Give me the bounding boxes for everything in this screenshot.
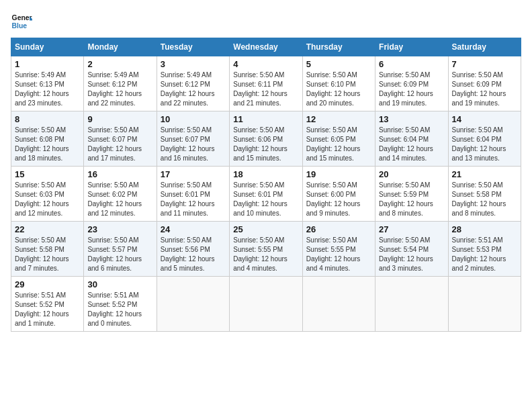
calendar-cell: 14Sunrise: 5:50 AMSunset: 6:04 PMDayligh… (448, 111, 521, 167)
day-info: Sunrise: 5:50 AMSunset: 6:04 PMDaylight:… (452, 126, 517, 163)
day-number: 17 (161, 169, 226, 179)
day-number: 5 (306, 59, 371, 69)
day-number: 25 (233, 224, 298, 234)
day-info: Sunrise: 5:50 AMSunset: 6:01 PMDaylight:… (233, 181, 298, 218)
day-info: Sunrise: 5:50 AMSunset: 6:07 PMDaylight:… (161, 126, 226, 163)
day-number: 27 (379, 224, 444, 234)
day-number: 30 (87, 279, 152, 289)
calendar-row-3: 15Sunrise: 5:50 AMSunset: 6:03 PMDayligh… (11, 167, 521, 222)
svg-text:General: General (12, 14, 32, 21)
day-number: 12 (306, 114, 371, 124)
calendar-cell (302, 277, 375, 332)
day-number: 28 (452, 224, 517, 234)
calendar-cell: 2Sunrise: 5:49 AMSunset: 6:12 PMDaylight… (84, 56, 157, 111)
calendar-cell: 13Sunrise: 5:50 AMSunset: 6:04 PMDayligh… (375, 111, 448, 167)
day-info: Sunrise: 5:51 AMSunset: 5:52 PMDaylight:… (15, 291, 80, 328)
header-thursday: Thursday (302, 38, 375, 56)
header-sunday: Sunday (11, 38, 84, 56)
header-saturday: Saturday (448, 38, 521, 56)
logo: General Blue (11, 11, 35, 32)
calendar-cell: 26Sunrise: 5:50 AMSunset: 5:55 PMDayligh… (302, 222, 375, 277)
day-info: Sunrise: 5:50 AMSunset: 6:01 PMDaylight:… (161, 181, 226, 218)
day-number: 9 (87, 114, 152, 124)
day-info: Sunrise: 5:50 AMSunset: 5:57 PMDaylight:… (87, 236, 152, 273)
day-info: Sunrise: 5:50 AMSunset: 6:00 PMDaylight:… (306, 181, 371, 218)
day-number: 3 (161, 59, 226, 69)
day-info: Sunrise: 5:49 AMSunset: 6:13 PMDaylight:… (15, 71, 80, 108)
day-number: 1 (15, 59, 80, 69)
logo-icon: General Blue (11, 11, 32, 32)
calendar-cell (230, 277, 302, 332)
day-number: 19 (306, 169, 371, 179)
day-info: Sunrise: 5:50 AMSunset: 6:05 PMDaylight:… (306, 126, 371, 163)
day-info: Sunrise: 5:50 AMSunset: 6:09 PMDaylight:… (379, 71, 444, 108)
day-number: 20 (379, 169, 444, 179)
calendar-row-4: 22Sunrise: 5:50 AMSunset: 5:58 PMDayligh… (11, 222, 521, 277)
calendar-cell: 11Sunrise: 5:50 AMSunset: 6:06 PMDayligh… (230, 111, 302, 167)
header-tuesday: Tuesday (157, 38, 229, 56)
calendar-cell: 16Sunrise: 5:50 AMSunset: 6:02 PMDayligh… (84, 167, 157, 222)
day-info: Sunrise: 5:50 AMSunset: 6:06 PMDaylight:… (233, 126, 298, 163)
calendar-cell: 4Sunrise: 5:50 AMSunset: 6:11 PMDaylight… (230, 56, 302, 111)
day-info: Sunrise: 5:49 AMSunset: 6:12 PMDaylight:… (161, 71, 226, 108)
calendar-cell: 10Sunrise: 5:50 AMSunset: 6:07 PMDayligh… (157, 111, 229, 167)
day-number: 23 (87, 224, 152, 234)
calendar-cell: 8Sunrise: 5:50 AMSunset: 6:08 PMDaylight… (11, 111, 84, 167)
day-info: Sunrise: 5:49 AMSunset: 6:12 PMDaylight:… (87, 71, 152, 108)
day-info: Sunrise: 5:50 AMSunset: 6:03 PMDaylight:… (15, 181, 80, 218)
day-number: 4 (233, 59, 298, 69)
day-number: 24 (161, 224, 226, 234)
calendar-cell (448, 277, 521, 332)
day-number: 26 (306, 224, 371, 234)
calendar-cell: 25Sunrise: 5:50 AMSunset: 5:55 PMDayligh… (230, 222, 302, 277)
calendar-cell: 5Sunrise: 5:50 AMSunset: 6:10 PMDaylight… (302, 56, 375, 111)
calendar-row-5: 29Sunrise: 5:51 AMSunset: 5:52 PMDayligh… (11, 277, 521, 332)
day-number: 18 (233, 169, 298, 179)
day-number: 16 (87, 169, 152, 179)
calendar-cell: 20Sunrise: 5:50 AMSunset: 5:59 PMDayligh… (375, 167, 448, 222)
day-info: Sunrise: 5:50 AMSunset: 6:08 PMDaylight:… (15, 126, 80, 163)
day-info: Sunrise: 5:50 AMSunset: 5:58 PMDaylight:… (15, 236, 80, 273)
day-number: 29 (15, 279, 80, 289)
day-info: Sunrise: 5:50 AMSunset: 5:55 PMDaylight:… (306, 236, 371, 273)
header-friday: Friday (375, 38, 448, 56)
calendar-cell: 3Sunrise: 5:49 AMSunset: 6:12 PMDaylight… (157, 56, 229, 111)
calendar-cell: 28Sunrise: 5:51 AMSunset: 5:53 PMDayligh… (448, 222, 521, 277)
calendar-row-1: 1Sunrise: 5:49 AMSunset: 6:13 PMDaylight… (11, 56, 521, 111)
calendar-table: SundayMondayTuesdayWednesdayThursdayFrid… (11, 38, 521, 332)
calendar-cell: 30Sunrise: 5:51 AMSunset: 5:52 PMDayligh… (84, 277, 157, 332)
calendar-header-row: SundayMondayTuesdayWednesdayThursdayFrid… (11, 38, 521, 56)
day-info: Sunrise: 5:50 AMSunset: 5:55 PMDaylight:… (233, 236, 298, 273)
day-info: Sunrise: 5:50 AMSunset: 6:04 PMDaylight:… (379, 126, 444, 163)
calendar-cell (375, 277, 448, 332)
calendar-cell: 1Sunrise: 5:49 AMSunset: 6:13 PMDaylight… (11, 56, 84, 111)
header-wednesday: Wednesday (230, 38, 302, 56)
header-monday: Monday (84, 38, 157, 56)
calendar-cell: 6Sunrise: 5:50 AMSunset: 6:09 PMDaylight… (375, 56, 448, 111)
page-header: General Blue (11, 11, 521, 32)
day-number: 2 (87, 59, 152, 69)
day-info: Sunrise: 5:50 AMSunset: 5:58 PMDaylight:… (452, 181, 517, 218)
day-number: 6 (379, 59, 444, 69)
calendar-cell: 22Sunrise: 5:50 AMSunset: 5:58 PMDayligh… (11, 222, 84, 277)
day-info: Sunrise: 5:50 AMSunset: 6:11 PMDaylight:… (233, 71, 298, 108)
calendar-cell: 29Sunrise: 5:51 AMSunset: 5:52 PMDayligh… (11, 277, 84, 332)
day-info: Sunrise: 5:50 AMSunset: 6:10 PMDaylight:… (306, 71, 371, 108)
day-info: Sunrise: 5:50 AMSunset: 6:07 PMDaylight:… (87, 126, 152, 163)
calendar-cell: 9Sunrise: 5:50 AMSunset: 6:07 PMDaylight… (84, 111, 157, 167)
day-info: Sunrise: 5:51 AMSunset: 5:53 PMDaylight:… (452, 236, 517, 273)
calendar-cell (157, 277, 229, 332)
calendar-cell: 18Sunrise: 5:50 AMSunset: 6:01 PMDayligh… (230, 167, 302, 222)
calendar-cell: 24Sunrise: 5:50 AMSunset: 5:56 PMDayligh… (157, 222, 229, 277)
day-info: Sunrise: 5:50 AMSunset: 5:54 PMDaylight:… (379, 236, 444, 273)
day-info: Sunrise: 5:51 AMSunset: 5:52 PMDaylight:… (87, 291, 152, 328)
calendar-cell: 21Sunrise: 5:50 AMSunset: 5:58 PMDayligh… (448, 167, 521, 222)
calendar-cell: 12Sunrise: 5:50 AMSunset: 6:05 PMDayligh… (302, 111, 375, 167)
calendar-cell: 15Sunrise: 5:50 AMSunset: 6:03 PMDayligh… (11, 167, 84, 222)
calendar-cell: 7Sunrise: 5:50 AMSunset: 6:09 PMDaylight… (448, 56, 521, 111)
day-number: 13 (379, 114, 444, 124)
calendar-cell: 19Sunrise: 5:50 AMSunset: 6:00 PMDayligh… (302, 167, 375, 222)
day-info: Sunrise: 5:50 AMSunset: 5:56 PMDaylight:… (161, 236, 226, 273)
day-number: 11 (233, 114, 298, 124)
day-number: 10 (161, 114, 226, 124)
